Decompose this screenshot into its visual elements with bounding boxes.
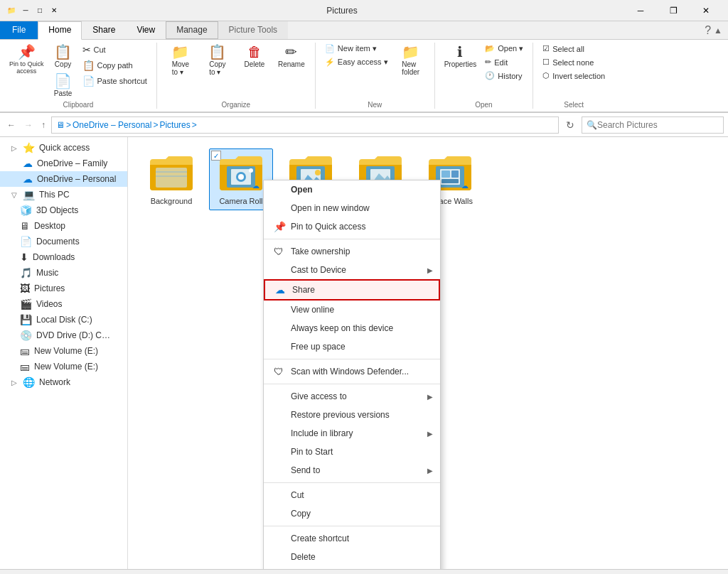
search-box[interactable]: 🔍 xyxy=(582,117,724,134)
new-item-button[interactable]: 📄 New item ▾ xyxy=(321,43,392,55)
cm-cut[interactable]: Cut xyxy=(264,486,440,504)
address-segment-root[interactable]: 🖥 xyxy=(56,120,65,130)
folder-camera-roll-icon: ☁ xyxy=(218,153,264,194)
paste-icon: 📄 xyxy=(54,74,72,88)
sidebar-item-pictures[interactable]: 🖼 Pictures xyxy=(0,281,127,296)
new-content: 📄 New item ▾ ⚡ Easy access ▾ 📁 Newfolder xyxy=(321,43,429,99)
sidebar-item-onedrive-personal[interactable]: ☁ OneDrive – Personal xyxy=(0,171,127,187)
new-label: New xyxy=(368,99,382,109)
sidebar-item-new-volume-e2[interactable]: 🖴 New Volume (E:) xyxy=(0,359,127,374)
quick-access-icon: ⭐ xyxy=(23,142,35,153)
tab-view[interactable]: View xyxy=(126,21,166,39)
cloud-badge-camera-roll: ☁ xyxy=(252,182,259,190)
back-button[interactable]: ← xyxy=(4,119,18,131)
help-icon[interactable]: ? xyxy=(705,24,711,37)
cm-cast-to-device[interactable]: Cast to Device ▶ xyxy=(264,261,440,279)
sidebar-item-desktop[interactable]: 🖥 Desktop xyxy=(0,218,127,234)
cm-rename[interactable]: Rename xyxy=(264,566,440,569)
sidebar-item-onedrive-family[interactable]: ☁ OneDrive – Family xyxy=(0,156,127,171)
sidebar-item-quick-access[interactable]: ▷ ⭐ Quick access xyxy=(0,140,127,156)
ribbon-collapse-icon[interactable]: ▲ xyxy=(714,26,722,36)
sidebar-item-new-volume-e1[interactable]: 🖴 New Volume (E:) xyxy=(0,343,127,359)
minimize-icon: ─ xyxy=(20,5,31,16)
edit-icon: ✏ xyxy=(485,58,491,67)
cm-view-online[interactable]: View online xyxy=(264,300,440,319)
new-folder-button[interactable]: 📁 Newfolder xyxy=(393,43,429,78)
sidebar-item-this-pc[interactable]: ▽ 💻 This PC xyxy=(0,187,127,202)
copy-to-button[interactable]: 📋 Copyto ▾ xyxy=(200,43,235,78)
cm-free-up-space[interactable]: Free up space xyxy=(264,337,440,356)
new-volume-e2-icon: 🖴 xyxy=(20,361,30,372)
paste-shortcut-button[interactable]: 📄 Paste shortcut xyxy=(79,74,151,88)
sidebar-item-videos[interactable]: 🎬 Videos xyxy=(0,296,127,312)
rename-icon: ✏ xyxy=(285,45,297,59)
forward-button[interactable]: → xyxy=(21,119,36,131)
folder-background[interactable]: Background xyxy=(139,148,203,210)
tab-home[interactable]: Home xyxy=(38,21,82,40)
tab-file[interactable]: File xyxy=(0,21,38,39)
restore-button[interactable]: ❐ xyxy=(657,0,690,21)
copy-path-button[interactable]: 📋 Copy path xyxy=(79,58,151,72)
tab-picture-tools[interactable]: Picture Tools xyxy=(218,21,288,39)
select-all-button[interactable]: ☑ Select all xyxy=(539,43,609,55)
clipboard-label: Clipboard xyxy=(63,99,94,109)
tab-share[interactable]: Share xyxy=(82,21,126,39)
easy-access-button[interactable]: ⚡ Easy access ▾ xyxy=(321,56,392,68)
cm-take-ownership[interactable]: 🛡 Take ownership xyxy=(264,242,440,261)
cm-copy[interactable]: Copy xyxy=(264,504,440,523)
tab-manage[interactable]: Manage xyxy=(166,21,218,39)
address-segment-onedrive[interactable]: OneDrive – Personal xyxy=(73,120,151,130)
sidebar-item-local-disk-c[interactable]: 💾 Local Disk (C:) xyxy=(0,312,127,327)
cm-share[interactable]: ☁ Share xyxy=(264,279,440,300)
edit-button[interactable]: ✏ Edit xyxy=(481,56,527,68)
pin-quick-access-button[interactable]: 📌 Pin to Quickaccess xyxy=(6,43,48,77)
rename-button[interactable]: ✏ Rename xyxy=(274,43,309,70)
sidebar-item-music[interactable]: 🎵 Music xyxy=(0,265,127,281)
properties-button[interactable]: ℹ Properties xyxy=(441,43,481,70)
cut-icon: ✂ xyxy=(82,44,91,55)
select-none-button[interactable]: ☐ Select none xyxy=(539,56,609,68)
address-path[interactable]: 🖥 > OneDrive – Personal > Pictures > xyxy=(51,117,559,134)
select-none-icon: ☐ xyxy=(542,58,550,67)
copy-path-icon: 📋 xyxy=(82,60,95,71)
sidebar-item-network[interactable]: ▷ 🌐 Network xyxy=(0,374,127,390)
onedrive-personal-icon: ☁ xyxy=(23,173,33,185)
sidebar-item-dvd-drive[interactable]: 💿 DVD Drive (D:) CCCOMA xyxy=(0,327,127,343)
sidebar-item-3d-objects[interactable]: 🧊 3D Objects xyxy=(0,202,127,218)
delete-button[interactable]: 🗑 Delete xyxy=(237,43,272,70)
search-input[interactable] xyxy=(597,120,719,130)
invert-selection-button[interactable]: ⬡ Invert selection xyxy=(539,70,609,82)
cut-button[interactable]: ✂ Cut xyxy=(79,43,151,57)
cm-pin-quick-access[interactable]: 📌 Pin to Quick access xyxy=(264,217,440,236)
status-bar: 5 items 1 item selected Available when o… xyxy=(0,569,728,574)
pin-icon: 📌 xyxy=(18,45,36,59)
history-button[interactable]: 🕐 History xyxy=(481,70,527,82)
cm-scan-defender[interactable]: 🛡 Scan with Windows Defender... xyxy=(264,362,440,381)
cm-delete[interactable]: Delete xyxy=(264,548,440,566)
cm-give-access[interactable]: Give access to ▶ xyxy=(264,387,440,406)
paste-button[interactable]: 📄 Paste xyxy=(49,72,77,99)
select-label: Select xyxy=(564,99,584,109)
cm-open-new-window[interactable]: Open in new window xyxy=(264,199,440,217)
cm-pin-start[interactable]: Pin to Start xyxy=(264,443,440,461)
cm-create-shortcut[interactable]: Create shortcut xyxy=(264,529,440,548)
refresh-button[interactable]: ↻ xyxy=(562,118,579,132)
file-area[interactable]: Background ✓ ☁ Camera Roll xyxy=(128,137,728,569)
sidebar-item-downloads[interactable]: ⬇ Downloads xyxy=(0,249,127,265)
network-icon: 🌐 xyxy=(23,377,35,388)
cm-open[interactable]: Open xyxy=(264,180,440,199)
minimize-button[interactable]: ─ xyxy=(624,0,657,21)
up-button[interactable]: ↑ xyxy=(38,119,48,131)
copy-button[interactable]: 📋 Copy xyxy=(49,43,77,70)
close-button[interactable]: ✕ xyxy=(690,0,722,21)
cloud-badge-surface: ☁ xyxy=(461,182,469,190)
cm-always-keep[interactable]: Always keep on this device xyxy=(264,319,440,337)
open-button[interactable]: 📂 Open ▾ xyxy=(481,43,527,55)
sidebar-item-documents[interactable]: 📄 Documents xyxy=(0,234,127,249)
move-to-button[interactable]: 📁 Moveto ▾ xyxy=(163,43,198,78)
cm-restore-previous[interactable]: Restore previous versions xyxy=(264,406,440,424)
cm-send-to[interactable]: Send to ▶ xyxy=(264,461,440,480)
cm-include-library[interactable]: Include in library ▶ xyxy=(264,424,440,443)
address-segment-pictures[interactable]: Pictures xyxy=(159,120,190,130)
sidebar: ▷ ⭐ Quick access ☁ OneDrive – Family ☁ O… xyxy=(0,137,128,569)
